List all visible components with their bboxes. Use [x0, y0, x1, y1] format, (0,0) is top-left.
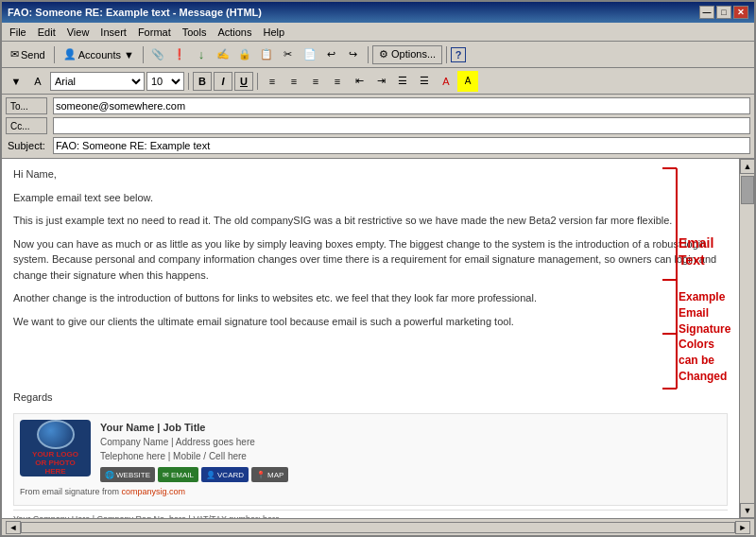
sig-telephone: Telephone here | Mobile / Cell here — [100, 449, 721, 463]
to-label-wrapper: To... — [6, 97, 53, 114]
send-button[interactable]: ✉ Send — [6, 44, 50, 65]
horizontal-scrollbar: ◄ ► — [6, 521, 750, 534]
underline-button[interactable]: U — [234, 72, 253, 91]
cc-input[interactable] — [53, 117, 750, 134]
cc-button[interactable]: Cc... — [6, 117, 47, 134]
subject-row: Subject: — [6, 136, 750, 155]
align-justify-icon[interactable]: ≡ — [327, 71, 348, 92]
menu-insert[interactable]: Insert — [94, 25, 132, 40]
scroll-track[interactable] — [740, 174, 754, 503]
bold-button[interactable]: B — [193, 72, 212, 91]
toolbar-icon-7[interactable]: ✂ — [278, 44, 299, 65]
globe-icon: 🌐 — [105, 471, 114, 479]
email-para5: We want to give our clients the ultimate… — [13, 314, 728, 330]
options-button[interactable]: ⚙ Options... — [372, 45, 442, 64]
minimize-button[interactable]: — — [699, 6, 714, 19]
menu-format[interactable]: Format — [132, 25, 177, 40]
indent-increase-icon[interactable]: ⇥ — [370, 71, 391, 92]
help-icon[interactable]: ? — [451, 47, 466, 62]
email-para4: Another change is the introduction of bu… — [13, 290, 728, 306]
toolbar-icon-8[interactable]: 📄 — [300, 44, 320, 65]
email-content[interactable]: Hi Name, Example email text see below. T… — [2, 159, 739, 518]
separator-2 — [143, 46, 144, 63]
cc-label-wrapper: Cc... — [6, 117, 53, 134]
encrypt-icon[interactable]: 🔒 — [234, 44, 255, 65]
menu-bar: File Edit View Insert Format Tools Actio… — [2, 23, 754, 42]
scroll-right-button[interactable]: ► — [735, 521, 750, 534]
vertical-scrollbar: ▲ ▼ — [739, 159, 754, 518]
align-center-icon[interactable]: ≡ — [284, 71, 304, 92]
separator-1 — [54, 46, 55, 63]
scroll-h-track[interactable] — [21, 522, 735, 533]
signature-block: YOUR LOGO OR PHOTO HERE Your Name | Job … — [13, 413, 728, 506]
menu-actions[interactable]: Actions — [212, 25, 257, 40]
send-icon: ✉ — [10, 48, 19, 61]
sig-vcard-button[interactable]: 👤 VCARD — [201, 467, 249, 482]
number-list-icon[interactable]: ☰ — [414, 71, 435, 92]
email-regards: Regards — [13, 390, 728, 406]
bullet-list-icon[interactable]: ☰ — [392, 71, 413, 92]
separator-6 — [257, 73, 258, 90]
maximize-button[interactable]: □ — [716, 6, 731, 19]
sig-info: Your Name | Job Title Company Name | Add… — [100, 420, 721, 483]
format-icons-left: ▼ A — [6, 71, 48, 92]
menu-file[interactable]: File — [4, 25, 32, 40]
toolbar-2: ▼ A Arial Times New Roman Calibri 10 12 … — [2, 68, 754, 95]
separator-3 — [368, 46, 369, 63]
sig-from-link[interactable]: companysig.com — [122, 487, 186, 496]
color-text-icon[interactable]: A — [436, 71, 456, 92]
scroll-thumb[interactable] — [741, 176, 754, 204]
email-para1: Example email text see below. — [13, 190, 728, 206]
scroll-up-button[interactable]: ▲ — [740, 159, 754, 174]
map-icon: 📍 — [256, 471, 266, 479]
attach-icon[interactable]: 📎 — [147, 44, 168, 65]
indent-decrease-icon[interactable]: ⇤ — [349, 71, 369, 92]
cc-row: Cc... — [6, 116, 750, 135]
sig-logo-text: YOUR LOGO OR PHOTO HERE — [32, 451, 78, 476]
menu-tools[interactable]: Tools — [177, 25, 213, 40]
email-para3: Now you can have as much or as little as… — [13, 236, 728, 284]
align-right-icon[interactable]: ≡ — [305, 71, 326, 92]
prio-high-icon[interactable]: ❗ — [169, 44, 190, 65]
email-greeting: Hi Name, — [13, 166, 728, 182]
sig-icons-row: 🌐 WEBSITE ✉ EMAIL 👤 VCARD — [100, 467, 721, 482]
accounts-icon: 👤 — [63, 48, 77, 61]
window-title: FAO: Someone RE: Example text - Message … — [8, 7, 262, 18]
sig-email-button[interactable]: ✉ EMAIL — [158, 467, 198, 482]
menu-edit[interactable]: Edit — [32, 25, 61, 40]
options-icon: ⚙ — [379, 48, 388, 60]
toolbar-icons: 📎 ❗ ↓ ✍ 🔒 📋 ✂ 📄 ↩ ↪ — [147, 44, 364, 65]
email-body-container: Hi Name, Example email text see below. T… — [2, 159, 754, 518]
toolbar-icon-10[interactable]: ↪ — [343, 44, 364, 65]
sig-from: From email signature from companysig.com — [20, 486, 721, 499]
sig-company-line: Your Company Here | Company Reg No. here… — [13, 510, 728, 519]
style-dropdown-icon[interactable]: ▼ — [6, 71, 26, 92]
subject-input[interactable] — [53, 137, 750, 154]
toolbar-icon-6[interactable]: 📋 — [256, 44, 277, 65]
prio-low-icon[interactable]: ↓ — [191, 44, 212, 65]
font-select[interactable]: Arial Times New Roman Calibri — [50, 72, 145, 91]
menu-help[interactable]: Help — [257, 25, 290, 40]
menu-view[interactable]: View — [61, 25, 95, 40]
to-button[interactable]: To... — [6, 97, 47, 114]
status-bar: ◄ ► — [2, 518, 754, 535]
scroll-left-button[interactable]: ◄ — [6, 521, 21, 534]
toolbar-icon-9[interactable]: ↩ — [321, 44, 342, 65]
sig-website-button[interactable]: 🌐 WEBSITE — [100, 467, 155, 482]
scroll-down-button[interactable]: ▼ — [740, 503, 754, 518]
italic-button[interactable]: I — [214, 72, 232, 91]
sig-logo-row: YOUR LOGO OR PHOTO HERE Your Name | Job … — [20, 420, 721, 483]
font-format-icon[interactable]: A — [27, 71, 48, 92]
to-input[interactable] — [53, 97, 750, 114]
vcard-icon: 👤 — [206, 471, 215, 479]
close-button[interactable]: ✕ — [733, 6, 748, 19]
sig-name: Your Name | Job Title — [100, 420, 721, 436]
color-bg-icon[interactable]: A — [457, 71, 478, 92]
sig-map-button[interactable]: 📍 MAP — [251, 467, 288, 482]
accounts-button[interactable]: 👤 Accounts ▼ — [59, 44, 139, 65]
sign-icon[interactable]: ✍ — [213, 44, 233, 65]
email-icon: ✉ — [163, 471, 169, 479]
main-window: FAO: Someone RE: Example text - Message … — [0, 0, 756, 537]
align-left-icon[interactable]: ≡ — [262, 71, 283, 92]
font-size-select[interactable]: 10 12 14 — [146, 72, 184, 91]
